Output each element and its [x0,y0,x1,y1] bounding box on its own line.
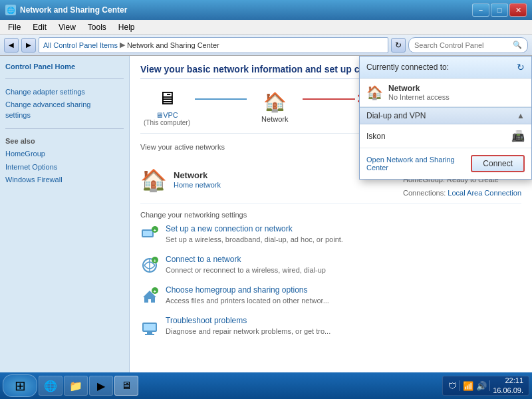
connections-value[interactable]: Local Area Connection [448,189,521,197]
menu-view[interactable]: View [53,21,81,33]
left-divider-2 [5,128,124,129]
connect-button[interactable]: Connect [471,155,525,172]
taskbar-explorer[interactable]: 📁 [64,376,88,396]
right-panel: View your basic network information and … [130,56,532,372]
new-connection-desc2: point. [325,235,343,243]
new-connection-desc: Set up a wireless, broadband, dial-up, a… [166,235,323,243]
svg-text:+: + [154,289,157,295]
popup-header: Currently connected to: ↻ [360,57,531,78]
settings-title: Change your networking settings [140,211,521,219]
refresh-button[interactable]: ↻ [391,38,406,53]
connect-network-link[interactable]: Connect to a network [166,255,326,264]
popup-footer: Open Network and Sharing Center Connect [360,148,531,179]
computer-sublabel: (This computer) [144,119,190,126]
app-icon: 🌐 [5,5,16,15]
homegroup-link[interactable]: HomeGroup [5,149,124,159]
computer-icon: 🖥 [158,87,176,109]
close-button[interactable]: ✕ [509,3,527,17]
minimize-button[interactable]: − [472,3,489,17]
svg-rect-1 [143,231,152,236]
modem-icon: 📠 [511,130,525,142]
menu-bar: File Edit View Tools Help [0,20,532,35]
left-divider-1 [5,78,124,79]
internet-options-link[interactable]: Internet Options [5,162,124,172]
tray-shield-icon[interactable]: 🛡 [448,381,457,391]
troubleshoot-link[interactable]: Troubleshoot problems [166,316,331,325]
tray-volume-icon[interactable]: 🔊 [476,381,487,391]
menu-tools[interactable]: Tools [82,21,112,33]
breadcrumb-arrow: ▶ [120,41,125,49]
tray-date-value: 16.06.09. [493,386,523,396]
breadcrumb-current: Network and Sharing Center [127,41,219,49]
system-tray: 🛡 📶 🔊 22:11 16.06.09. [442,376,529,396]
change-adapter-settings-link[interactable]: Change adapter settings [5,87,124,97]
tray-clock[interactable]: 22:11 16.06.09. [493,376,523,396]
computer-vpc-label: 🖥VPC [156,111,178,119]
setting-troubleshoot: Troubleshoot problems Diagnose and repai… [140,316,521,340]
change-advanced-sharing-link[interactable]: Change advanced sharing settings [5,100,124,120]
line-computer-network [195,98,247,100]
search-icon: 🔍 [513,41,522,49]
explorer-icon: 📁 [69,380,82,392]
network-type-link[interactable]: Home network [174,181,221,189]
menu-help[interactable]: Help [113,21,140,33]
homegroup-options-link[interactable]: Choose homegroup and sharing options [166,285,329,295]
ie-icon: 🌐 [44,380,57,392]
settings-section: Change your networking settings + Set up… [140,211,521,340]
setting-text-connect: Connect to a network Connect or reconnec… [166,255,326,275]
iskon-row: Iskon 📠 [360,124,531,148]
connect-network-icon: + [140,256,159,279]
search-input[interactable] [414,41,507,49]
popup-header-text: Currently connected to: [366,63,449,72]
search-box: 🔍 [408,37,528,53]
start-button[interactable]: ⊞ [3,374,37,397]
troubleshoot-desc: Diagnose and repair network problems, or… [166,327,331,335]
restore-button[interactable]: □ [491,3,508,17]
connections-label: Connections: [403,189,448,197]
connected-network-row: 🏠 Network No Internet access [360,78,531,107]
breadcrumb: All Control Panel Items ▶ Network and Sh… [39,37,388,53]
network-label: Network [261,115,288,123]
open-network-center-link[interactable]: Open Network and Sharing Center [366,156,471,172]
diagram-computer: 🖥 🖥VPC (This computer) [140,87,194,126]
network-house-icon: 🏠 [140,168,167,193]
setting-homegroup: + Choose homegroup and sharing options A… [140,285,521,309]
menu-edit[interactable]: Edit [27,21,52,33]
diagram-network: 🏠 Network [248,91,301,123]
address-bar: ◀ ▶ All Control Panel Items ▶ Network an… [0,35,532,56]
connected-network-info: Network No Internet access [388,84,450,101]
windows-firewall-link[interactable]: Windows Firewall [5,175,124,185]
new-connection-link[interactable]: Set up a new connection or network [166,224,343,233]
menu-file[interactable]: File [3,21,26,33]
svg-rect-11 [144,324,156,331]
setting-text-homegroup: Choose homegroup and sharing options Acc… [166,285,329,306]
new-connection-icon: + [140,225,159,248]
tray-divider-2 [489,380,490,391]
see-also-label: See also [5,137,124,145]
homegroup-icon: + [140,287,159,309]
taskbar-network[interactable]: 🖥 [114,376,138,396]
dialup-collapse-icon[interactable]: ▲ [517,111,525,120]
start-icon: ⊞ [15,378,26,394]
title-bar-buttons: − □ ✕ [472,3,527,17]
control-panel-home-link[interactable]: Control Panel Home [5,63,124,70]
left-panel: Control Panel Home Change adapter settin… [0,56,130,372]
back-button[interactable]: ◀ [4,38,19,53]
dialup-section[interactable]: Dial-up and VPN ▲ [360,107,531,124]
setting-connect-network: + Connect to a network Connect or reconn… [140,255,521,279]
breadcrumb-root[interactable]: All Control Panel Items [43,41,118,49]
connected-status: No Internet access [388,93,450,101]
forward-button[interactable]: ▶ [21,38,36,53]
main-container: Control Panel Home Change adapter settin… [0,56,532,372]
connected-network-icon: 🏠 [366,84,383,100]
title-bar: 🌐 Network and Sharing Center − □ ✕ [0,0,532,20]
taskbar-ie[interactable]: 🌐 [39,376,63,396]
iskon-name: Iskon [366,132,386,141]
dialup-title: Dial-up and VPN [366,111,426,120]
title-bar-text: Network and Sharing Center [20,5,127,15]
network-popup: Currently connected to: ↻ 🏠 Network No I… [359,56,532,180]
taskbar-media[interactable]: ▶ [89,376,113,396]
popup-refresh-icon[interactable]: ↻ [517,62,525,72]
setting-new-connection: + Set up a new connection or network Set… [140,224,521,248]
tray-network-icon[interactable]: 📶 [463,381,473,391]
